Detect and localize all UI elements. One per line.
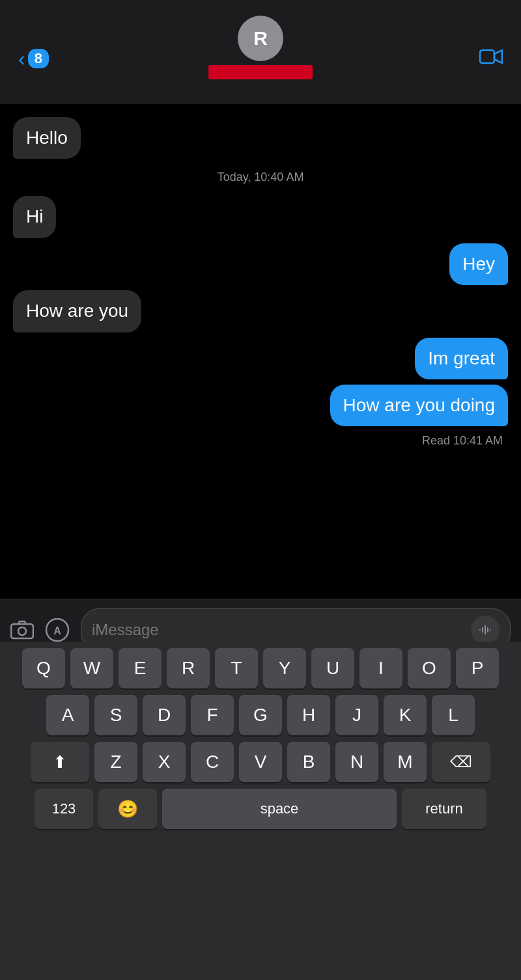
keyboard-row-3: ⬆ Z X C V B N M ⌫	[4, 742, 517, 782]
contact-name-bar	[208, 65, 313, 79]
key-l[interactable]: L	[432, 695, 475, 735]
svg-marker-1	[494, 50, 502, 63]
outgoing-bubble: Hey	[449, 243, 508, 285]
key-h[interactable]: H	[287, 695, 330, 735]
key-e[interactable]: E	[119, 648, 162, 688]
key-z[interactable]: Z	[94, 742, 137, 782]
svg-point-3	[18, 627, 26, 635]
key-c[interactable]: C	[191, 742, 234, 782]
key-j[interactable]: J	[335, 695, 378, 735]
num-key[interactable]: 123	[35, 789, 93, 829]
chat-area: Hello Today, 10:40 AM Hi Hey How are you…	[0, 104, 521, 599]
key-o[interactable]: O	[408, 648, 451, 688]
key-a[interactable]: A	[46, 695, 89, 735]
header: ‹ 8 R	[0, 0, 521, 104]
svg-text:A: A	[53, 625, 61, 636]
key-d[interactable]: D	[143, 695, 186, 735]
svg-rect-9	[487, 627, 488, 633]
svg-rect-7	[482, 627, 483, 633]
incoming-bubble: How are you	[13, 290, 141, 332]
keyboard-row-4: 123 😊 space return	[4, 789, 517, 829]
key-s[interactable]: S	[94, 695, 137, 735]
key-u[interactable]: U	[311, 648, 354, 688]
outgoing-bubble: How are you doing	[330, 385, 508, 426]
svg-rect-2	[11, 624, 33, 638]
key-y[interactable]: Y	[263, 648, 306, 688]
keyboard: Q W E R T Y U I O P A S D F G H J K L ⬆ …	[0, 642, 521, 980]
svg-rect-0	[480, 50, 494, 63]
return-key[interactable]: return	[402, 789, 486, 829]
key-p[interactable]: P	[456, 648, 499, 688]
svg-rect-6	[479, 629, 481, 631]
key-t[interactable]: T	[215, 648, 258, 688]
svg-rect-10	[490, 629, 491, 631]
message-row: Hello	[13, 117, 508, 159]
key-f[interactable]: F	[191, 695, 234, 735]
key-b[interactable]: B	[287, 742, 330, 782]
incoming-bubble: Hello	[13, 117, 81, 159]
keyboard-row-1: Q W E R T Y U I O P	[4, 648, 517, 688]
message-input[interactable]	[92, 621, 464, 639]
timestamp: Today, 10:40 AM	[13, 164, 508, 191]
message-row: Hey	[13, 243, 508, 285]
key-m[interactable]: M	[384, 742, 427, 782]
key-g[interactable]: G	[239, 695, 282, 735]
camera-button[interactable]	[10, 620, 34, 640]
outgoing-bubble: Im great	[415, 338, 508, 379]
key-x[interactable]: X	[143, 742, 186, 782]
key-q[interactable]: Q	[22, 648, 65, 688]
video-call-button[interactable]	[479, 48, 503, 70]
key-r[interactable]: R	[167, 648, 210, 688]
key-k[interactable]: K	[384, 695, 427, 735]
avatar: R	[238, 16, 283, 61]
contact-info[interactable]: R	[208, 16, 313, 79]
back-chevron-icon: ‹	[18, 48, 25, 69]
read-receipt: Read 10:41 AM	[13, 431, 508, 450]
incoming-bubble: Hi	[13, 196, 56, 238]
key-i[interactable]: I	[359, 648, 402, 688]
back-badge: 8	[28, 49, 49, 68]
message-row: How are you	[13, 290, 508, 332]
back-button[interactable]: ‹ 8	[18, 48, 49, 69]
key-w[interactable]: W	[70, 648, 113, 688]
key-n[interactable]: N	[335, 742, 378, 782]
audio-button[interactable]	[471, 616, 500, 644]
delete-key[interactable]: ⌫	[432, 742, 490, 782]
shift-key[interactable]: ⬆	[31, 742, 89, 782]
svg-rect-8	[485, 625, 486, 634]
key-v[interactable]: V	[239, 742, 282, 782]
apps-button[interactable]: A	[43, 618, 72, 642]
emoji-key[interactable]: 😊	[98, 789, 157, 829]
space-key[interactable]: space	[162, 789, 397, 829]
message-row: Hi	[13, 196, 508, 238]
message-row: Im great	[13, 338, 508, 379]
message-row: How are you doing	[13, 385, 508, 426]
keyboard-row-2: A S D F G H J K L	[4, 695, 517, 735]
